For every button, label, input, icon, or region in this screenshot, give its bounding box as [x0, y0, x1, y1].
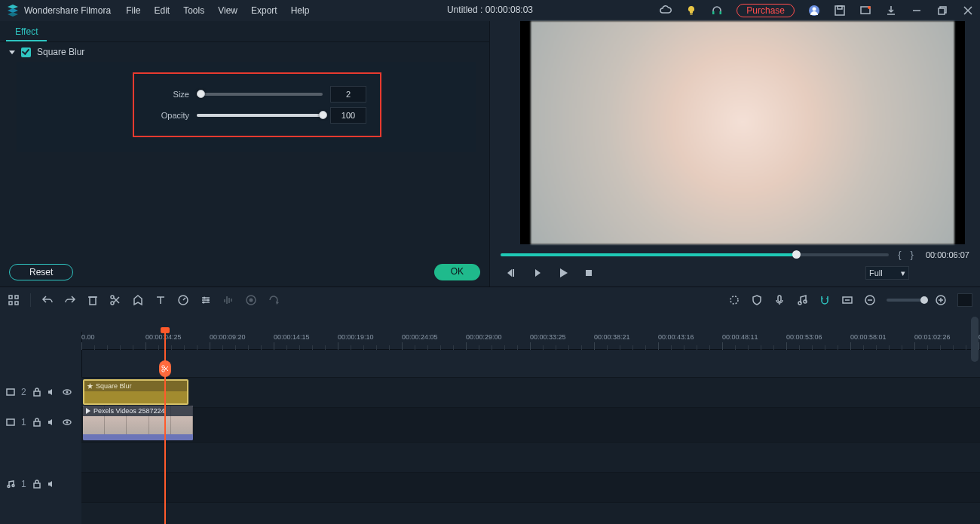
grid-icon[interactable] — [8, 294, 20, 306]
delete-icon[interactable] — [87, 294, 99, 306]
text-icon[interactable] — [155, 294, 167, 306]
ruler-label: 00:00:04:25 — [145, 333, 182, 341]
eye-icon[interactable] — [63, 418, 72, 427]
lightbulb-icon[interactable] — [685, 5, 697, 17]
mute-icon[interactable] — [47, 388, 57, 397]
mute-icon[interactable] — [47, 480, 57, 489]
preview-viewport[interactable] — [520, 21, 965, 244]
menu-help[interactable]: Help — [291, 5, 310, 16]
fx-clip-name: Square Blur — [96, 382, 132, 390]
svg-point-32 — [203, 301, 205, 303]
menubar: Wondershare Filmora File Edit Tools View… — [0, 0, 980, 21]
menu-tools[interactable]: Tools — [183, 5, 204, 16]
ok-button[interactable]: OK — [434, 264, 480, 280]
stop-icon[interactable] — [583, 268, 594, 278]
param-opacity-slider[interactable] — [197, 114, 323, 117]
ruler-label: 00:00:29:00 — [466, 333, 502, 341]
scissor-marker-icon[interactable] — [159, 360, 171, 377]
message-icon[interactable] — [859, 5, 871, 17]
color-icon[interactable] — [728, 294, 740, 306]
download-icon[interactable] — [885, 5, 897, 17]
purchase-button[interactable]: Purchase — [737, 4, 795, 17]
marker-icon[interactable] — [132, 294, 144, 306]
mute-icon[interactable] — [47, 418, 57, 427]
mark-out-icon[interactable]: } — [911, 249, 914, 260]
quality-select[interactable]: Full▾ — [865, 266, 909, 280]
ruler-label: 00:00:48:11 — [722, 333, 758, 341]
param-opacity-value[interactable]: 100 — [330, 107, 366, 124]
svg-rect-5 — [720, 11, 722, 14]
step-back-icon[interactable] — [507, 268, 517, 278]
restore-icon[interactable] — [936, 5, 948, 17]
refresh-icon[interactable] — [268, 294, 280, 306]
zoom-slider[interactable] — [887, 299, 924, 302]
magnet-icon[interactable] — [819, 294, 831, 306]
menu-export[interactable]: Export — [251, 5, 277, 16]
mark-in-icon[interactable]: { — [898, 249, 901, 260]
fx-track-number: 2 — [21, 387, 26, 397]
lock-icon[interactable] — [32, 388, 41, 397]
reset-button[interactable]: Reset — [9, 264, 73, 280]
tab-effect[interactable]: Effect — [6, 23, 47, 41]
menu-edit[interactable]: Edit — [155, 5, 170, 16]
svg-point-11 — [868, 6, 871, 9]
cloud-icon[interactable] — [660, 5, 672, 17]
effect-enable-checkbox[interactable] — [21, 47, 31, 57]
music-icon[interactable] — [796, 294, 808, 306]
scrollbar-vertical[interactable] — [971, 317, 978, 362]
music-icon — [6, 480, 15, 489]
effect-panel: Effect Square Blur Size 2 Opacity — [0, 21, 490, 287]
speed-icon[interactable] — [177, 294, 189, 306]
panel-toggle[interactable] — [957, 293, 972, 307]
preview-panel: { } 00:00:06:07 Full▾ — [490, 21, 980, 287]
minimize-icon[interactable] — [911, 5, 923, 17]
effect-tabs: Effect — [0, 21, 489, 42]
track-area[interactable]: Square Blur Pexels Videos 2587224 — [81, 377, 980, 524]
empty-track[interactable] — [81, 502, 980, 524]
svg-rect-9 — [838, 6, 842, 9]
menu-file[interactable]: File — [126, 5, 140, 16]
shield-icon[interactable] — [751, 294, 763, 306]
preview-scrubber[interactable] — [501, 253, 889, 256]
effect-name: Square Blur — [37, 47, 84, 57]
play-small-icon[interactable] — [532, 268, 543, 278]
svg-rect-4 — [712, 11, 715, 14]
close-icon[interactable] — [962, 5, 974, 17]
ruler[interactable]: 0.0000:00:04:2500:00:09:2000:00:14:1500:… — [81, 332, 980, 350]
play-icon — [85, 408, 91, 414]
record-icon[interactable] — [245, 294, 257, 306]
chevron-down-icon[interactable] — [9, 51, 15, 54]
undo-icon[interactable] — [41, 294, 54, 306]
lock-icon[interactable] — [32, 418, 41, 427]
play-icon[interactable] — [558, 268, 568, 278]
fit-icon[interactable] — [841, 294, 853, 306]
video-track[interactable]: Pexels Videos 2587224 — [81, 407, 980, 442]
zoom-out-icon[interactable] — [864, 294, 876, 306]
ruler-label: 00:00:14:15 — [274, 333, 310, 341]
svg-rect-55 — [7, 419, 14, 425]
playhead[interactable] — [164, 329, 166, 524]
redo-icon[interactable] — [64, 294, 76, 306]
param-size-value[interactable]: 2 — [330, 86, 366, 103]
svg-rect-52 — [34, 391, 40, 396]
user-avatar-icon[interactable] — [808, 5, 820, 17]
zoom-in-icon[interactable] — [935, 294, 947, 306]
spacer-track[interactable] — [81, 442, 980, 472]
lock-icon[interactable] — [32, 480, 41, 489]
fx-track[interactable]: Square Blur — [81, 377, 980, 407]
fx-clip[interactable]: Square Blur — [83, 379, 188, 405]
split-icon[interactable] — [109, 294, 121, 306]
track-labels: 2 1 1 — [0, 377, 81, 499]
video-clip[interactable]: Pexels Videos 2587224 — [83, 406, 193, 440]
audio-track-number: 1 — [21, 479, 26, 489]
app-logo-icon — [6, 4, 20, 17]
eye-icon[interactable] — [63, 388, 72, 397]
audio-track[interactable] — [81, 472, 980, 502]
headphones-icon[interactable] — [711, 5, 723, 17]
adjust-icon[interactable] — [200, 294, 212, 306]
menu-view[interactable]: View — [218, 5, 237, 16]
mic-icon[interactable] — [773, 294, 786, 306]
param-size-slider[interactable] — [197, 93, 323, 96]
save-icon[interactable] — [834, 5, 846, 17]
audio-level-icon[interactable] — [222, 294, 234, 306]
